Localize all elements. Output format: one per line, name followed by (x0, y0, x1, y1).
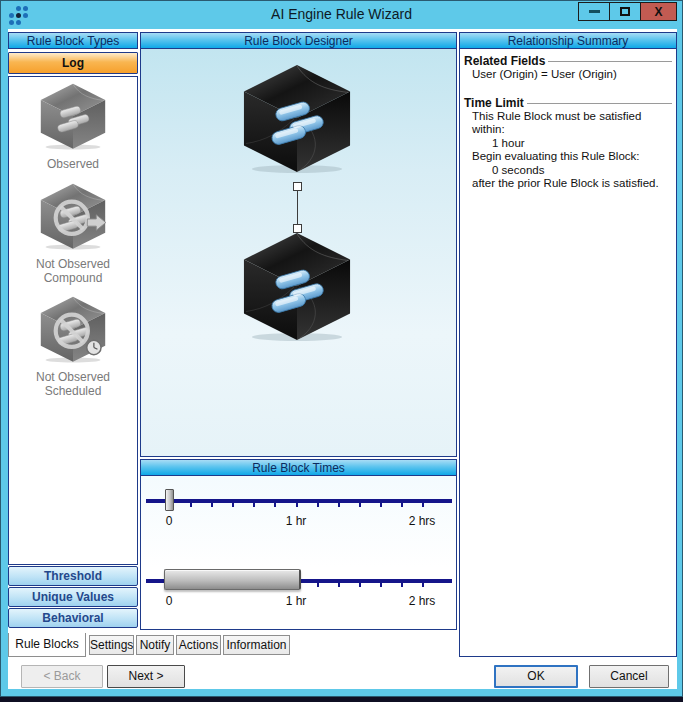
close-button[interactable]: X (640, 2, 677, 21)
maximize-button[interactable] (609, 2, 640, 21)
tab-information[interactable]: Information (223, 635, 290, 655)
wizard-tabstrip: Rule Blocks Settings Notify Actions Info… (8, 633, 677, 659)
rule-block-cube-2[interactable] (238, 230, 356, 342)
connector-handle-top[interactable] (293, 182, 302, 191)
related-fields-heading: Related Fields (464, 54, 672, 68)
not-observed-compound-label: Not ObservedCompound (9, 258, 137, 286)
time-limit-heading: Time Limit (464, 96, 672, 110)
tab-rule-blocks[interactable]: Rule Blocks (8, 633, 86, 657)
cancel-button[interactable]: Cancel (589, 665, 669, 688)
timeline2-label-0: 0 (166, 594, 173, 608)
not-observed-scheduled-label: Not ObservedScheduled (9, 371, 137, 399)
tab-notify[interactable]: Notify (136, 635, 174, 655)
close-icon: X (654, 5, 662, 19)
tab-actions[interactable]: Actions (176, 635, 221, 655)
time-limit-value2: 0 seconds (464, 164, 672, 178)
rule-block-times-header: Rule Block Times (140, 459, 457, 476)
rule-block-types-list: Observed Not ObservedCompound Not Observ… (8, 76, 138, 565)
time-limit-line2: Begin evaluating this Rule Block: (464, 150, 672, 164)
rule-block-designer-canvas[interactable] (140, 49, 457, 457)
relationship-summary-panel: Relationship Summary Related Fields User… (459, 32, 677, 657)
rule-block-types-panel: Rule Block Types Log Observed Not Observ… (8, 32, 138, 628)
timeline2-label-2hrs: 2 hrs (409, 594, 436, 608)
threshold-category-button[interactable]: Threshold (8, 566, 138, 586)
timeline1-label-2hrs: 2 hrs (409, 514, 436, 528)
timeline1-label-1hr: 1 hr (286, 514, 307, 528)
rule-block-designer-header: Rule Block Designer (140, 32, 457, 49)
not-observed-scheduled-rule-block-icon[interactable] (36, 295, 110, 363)
next-button[interactable]: Next > (107, 665, 185, 688)
observed-label: Observed (9, 158, 137, 172)
ok-button[interactable]: OK (494, 665, 578, 688)
time-limit-line1: This Rule Block must be satisfied within… (464, 110, 672, 137)
time-limit-range-bar[interactable] (164, 569, 301, 590)
minimize-icon (589, 10, 600, 13)
related-fields-value: User (Origin) = User (Origin) (464, 68, 672, 82)
rule-block-cube-1[interactable] (238, 62, 356, 174)
ai-engine-rule-wizard-window: AI Engine Rule Wizard X Rule Block Types… (0, 0, 683, 697)
not-observed-compound-rule-block-icon[interactable] (36, 182, 110, 250)
behavioral-category-button[interactable]: Behavioral (8, 608, 138, 628)
tab-settings[interactable]: Settings (89, 635, 134, 655)
rule-block-designer-panel: Rule Block Designer Rule Block Times (140, 32, 457, 630)
relationship-summary-body: Related Fields User (Origin) = User (Ori… (459, 49, 677, 657)
maximize-icon (620, 7, 630, 16)
evaluation-start-slider-handle[interactable] (165, 489, 174, 511)
relationship-summary-header: Relationship Summary (459, 32, 677, 49)
wizard-content: Rule Block Types Log Observed Not Observ… (8, 29, 677, 689)
back-button[interactable]: < Back (21, 665, 103, 688)
timeline2-label-1hr: 1 hr (286, 594, 307, 608)
timeline1-label-0: 0 (166, 514, 173, 528)
titlebar: AI Engine Rule Wizard X (1, 1, 682, 29)
desktop-edge-strip (0, 697, 683, 702)
rule-block-times-canvas: 0 1 hr 2 hrs 0 1 hr 2 hrs (140, 476, 457, 630)
time-limit-value1: 1 hour (464, 137, 672, 151)
rule-block-types-header: Rule Block Types (8, 32, 138, 49)
rule-block-times-section: Rule Block Times 0 1 hr 2 hrs (140, 459, 457, 630)
observed-rule-block-icon[interactable] (36, 82, 110, 150)
minimize-button[interactable] (578, 2, 609, 21)
unique-values-category-button[interactable]: Unique Values (8, 587, 138, 607)
log-type-button[interactable]: Log (8, 52, 138, 74)
time-limit-line3: after the prior Rule Block is satisfied. (464, 177, 672, 191)
